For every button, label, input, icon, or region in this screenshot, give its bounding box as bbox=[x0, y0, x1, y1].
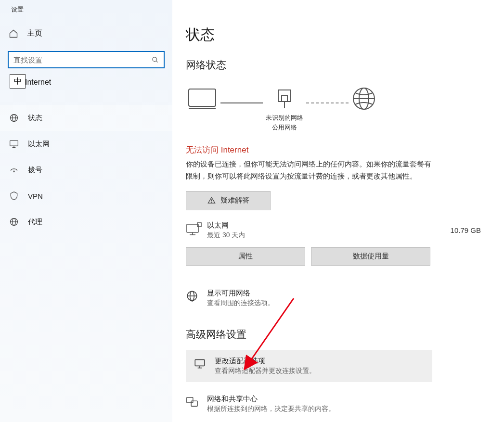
dialup-icon bbox=[9, 165, 19, 175]
sharing-title: 网络和共享中心 bbox=[207, 395, 335, 404]
diagram-conn-solid bbox=[220, 102, 263, 103]
proxy-icon bbox=[9, 217, 19, 227]
sharing-center-link[interactable]: 网络和共享中心 根据所连接到的网络，决定要共享的内容。 bbox=[186, 395, 490, 413]
sidebar-home-label: 主页 bbox=[27, 28, 42, 38]
main-content: 状态 网络状态 未识别的网络 公用网络 无法访问 Intern bbox=[172, 0, 504, 422]
sidebar-item-proxy[interactable]: 代理 bbox=[0, 209, 172, 235]
data-usage-label: 数据使用量 bbox=[353, 252, 389, 261]
sidebar: 设置 主页 中 Internet 状态 以太网 bbox=[0, 0, 172, 422]
show-networks-desc: 查看周围的连接选项。 bbox=[207, 299, 274, 307]
svg-rect-22 bbox=[187, 224, 198, 232]
svg-rect-34 bbox=[191, 401, 197, 406]
svg-rect-30 bbox=[195, 359, 205, 366]
app-title: 设置 bbox=[0, 0, 172, 14]
page-title: 状态 bbox=[186, 25, 490, 45]
search-box[interactable] bbox=[8, 51, 165, 68]
svg-rect-5 bbox=[10, 141, 18, 146]
sidebar-item-label: 状态 bbox=[28, 114, 42, 123]
svg-point-8 bbox=[13, 171, 15, 172]
monitor-icon bbox=[194, 357, 208, 370]
sidebar-item-vpn[interactable]: VPN bbox=[0, 183, 172, 209]
globe-icon bbox=[186, 289, 200, 307]
network-diagram: 未识别的网络 公用网络 bbox=[186, 81, 490, 137]
show-networks-title: 显示可用网络 bbox=[207, 289, 274, 298]
sidebar-item-label: 以太网 bbox=[28, 140, 50, 149]
home-icon bbox=[9, 29, 18, 38]
svg-rect-33 bbox=[187, 397, 193, 402]
troubleshoot-button[interactable]: 疑难解答 bbox=[186, 191, 271, 210]
svg-line-1 bbox=[156, 61, 157, 62]
adapter-options-card[interactable]: 更改适配器选项 查看网络适配器并更改连接设置。 bbox=[186, 350, 432, 382]
ethernet-recent: 最近 30 天内 bbox=[207, 231, 451, 240]
ethernet-row: 以太网 最近 30 天内 10.79 GB bbox=[186, 221, 490, 240]
ethernet-name: 以太网 bbox=[207, 221, 451, 230]
sidebar-home[interactable]: 主页 bbox=[0, 14, 172, 47]
properties-label: 属性 bbox=[238, 252, 253, 261]
sidebar-category: Internet bbox=[0, 68, 172, 89]
svg-rect-15 bbox=[282, 96, 287, 102]
diagram-router-label2: 公用网络 bbox=[272, 124, 297, 131]
vpn-icon bbox=[9, 191, 19, 201]
diagram-globe bbox=[351, 86, 376, 133]
diagram-conn-dashed bbox=[306, 102, 349, 103]
sidebar-item-label: 代理 bbox=[28, 217, 42, 227]
svg-point-21 bbox=[211, 202, 211, 202]
status-icon bbox=[9, 113, 19, 123]
svg-rect-12 bbox=[189, 89, 216, 106]
sidebar-item-ethernet[interactable]: 以太网 bbox=[0, 131, 172, 157]
warning-icon bbox=[207, 196, 216, 205]
search-icon bbox=[152, 56, 159, 64]
ethernet-usage: 10.79 GB bbox=[451, 226, 490, 234]
sidebar-item-label: VPN bbox=[28, 192, 43, 200]
ime-indicator[interactable]: 中 bbox=[10, 74, 26, 89]
data-usage-button[interactable]: 数据使用量 bbox=[311, 247, 430, 266]
sidebar-nav: 状态 以太网 拨号 VPN 代理 bbox=[0, 105, 172, 235]
adapter-options-desc: 查看网络适配器并更改连接设置。 bbox=[215, 367, 316, 375]
error-title: 无法访问 Internet bbox=[186, 144, 490, 155]
show-networks-link[interactable]: 显示可用网络 查看周围的连接选项。 bbox=[186, 289, 490, 307]
error-description: 你的设备已连接，但你可能无法访问网络上的任何内容。如果你的流量套餐有限制，则你可… bbox=[186, 158, 432, 182]
sharing-desc: 根据所连接到的网络，决定要共享的内容。 bbox=[207, 405, 335, 413]
sidebar-category-label: Internet bbox=[25, 78, 51, 87]
diagram-pc bbox=[187, 87, 218, 132]
adapter-options-title: 更改适配器选项 bbox=[215, 357, 316, 366]
sidebar-item-dialup[interactable]: 拨号 bbox=[0, 157, 172, 183]
diagram-router-label1: 未识别的网络 bbox=[266, 114, 303, 121]
properties-button[interactable]: 属性 bbox=[186, 247, 305, 266]
diagram-router: 未识别的网络 公用网络 bbox=[266, 87, 303, 132]
ethernet-icon bbox=[9, 139, 19, 149]
search-input[interactable] bbox=[13, 56, 152, 64]
ethernet-monitor-icon bbox=[186, 222, 207, 238]
sharing-icon bbox=[186, 395, 200, 413]
svg-point-0 bbox=[153, 57, 157, 61]
advanced-heading: 高级网络设置 bbox=[186, 328, 490, 341]
troubleshoot-label: 疑难解答 bbox=[220, 196, 249, 205]
sidebar-item-label: 拨号 bbox=[28, 166, 42, 175]
network-status-heading: 网络状态 bbox=[186, 58, 490, 72]
sidebar-item-status[interactable]: 状态 bbox=[0, 105, 172, 131]
